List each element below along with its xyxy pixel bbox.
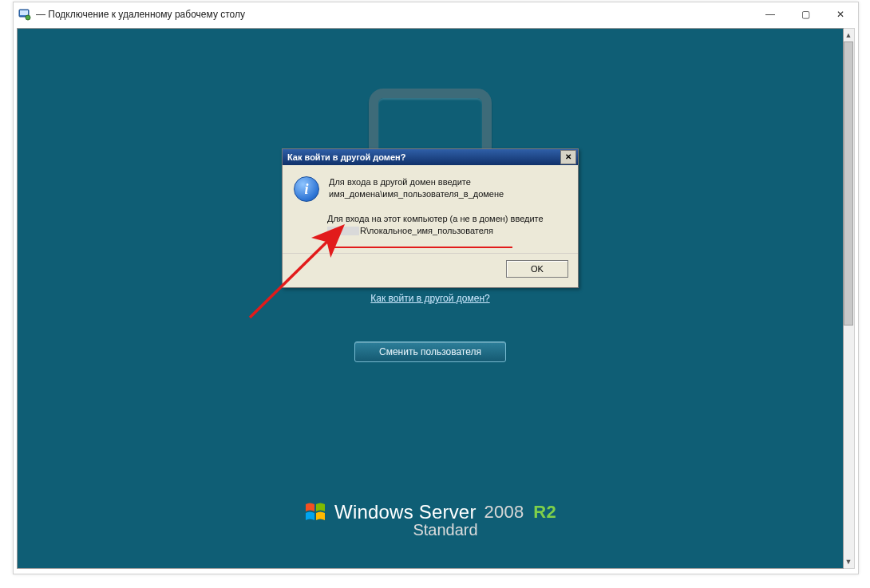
scroll-thumb[interactable]	[844, 41, 853, 326]
dialog-line1: Для входа в другой домен введите	[329, 176, 504, 188]
windows-logo-icon	[304, 500, 328, 524]
branding-product: Windows Server	[334, 501, 477, 523]
window-title: — Подключение к удаленному рабочему стол…	[36, 9, 245, 20]
dialog-line4: R\локальное_имя_пользователя	[327, 225, 567, 237]
dialog-close-button[interactable]: ✕	[560, 150, 576, 164]
redacted-hostname	[327, 227, 359, 235]
how-to-login-other-domain-link[interactable]: Как войти в другой домен?	[18, 293, 843, 304]
rdp-window: — Подключение к удаленному рабочему стол…	[13, 2, 859, 574]
domain-login-help-dialog: Как войти в другой домен? ✕ i Для входа …	[282, 148, 579, 288]
window-maximize-button[interactable]: ▢	[788, 3, 823, 26]
dialog-text-block-1: Для входа в другой домен введите имя_дом…	[329, 176, 504, 202]
remote-desktop-screen: Как войти в другой домен? ✕ i Для входа …	[17, 28, 844, 569]
window-close-button[interactable]: ✕	[823, 3, 858, 26]
rdp-app-icon	[18, 8, 31, 21]
dialog-line3: Для входа на этот компьютер (а не в доме…	[327, 213, 567, 225]
branding-year: 2008	[484, 502, 524, 523]
branding-edition: Standard	[48, 521, 843, 539]
dialog-title-text: Как войти в другой домен?	[287, 149, 405, 165]
dialog-titlebar[interactable]: Как войти в другой домен? ✕	[283, 149, 578, 165]
dialog-text-block-2: Для входа на этот компьютер (а не в доме…	[327, 213, 567, 237]
dialog-line2: имя_домена\имя_пользователя_в_домене	[329, 188, 504, 200]
scroll-up-button[interactable]: ▲	[843, 29, 854, 41]
dialog-button-row: OK	[283, 253, 578, 287]
os-branding: Windows Server2008R2 Standard	[18, 500, 843, 539]
window-minimize-button[interactable]: —	[753, 3, 788, 26]
scroll-track[interactable]	[843, 41, 854, 555]
info-icon: i	[294, 176, 319, 202]
ok-button[interactable]: OK	[506, 260, 568, 278]
vertical-scrollbar[interactable]: ▲ ▼	[842, 28, 855, 569]
window-titlebar[interactable]: — Подключение к удаленному рабочему стол…	[14, 2, 858, 26]
svg-rect-1	[20, 10, 28, 15]
svg-point-2	[26, 15, 30, 20]
briefcase-icon	[369, 89, 492, 154]
scroll-down-button[interactable]: ▼	[843, 555, 854, 568]
dialog-body: i Для входа в другой домен введите имя_д…	[283, 165, 578, 253]
branding-r2: R2	[533, 502, 556, 523]
annotation-red-underline	[329, 247, 512, 248]
switch-user-button[interactable]: Сменить пользователя	[354, 341, 506, 362]
